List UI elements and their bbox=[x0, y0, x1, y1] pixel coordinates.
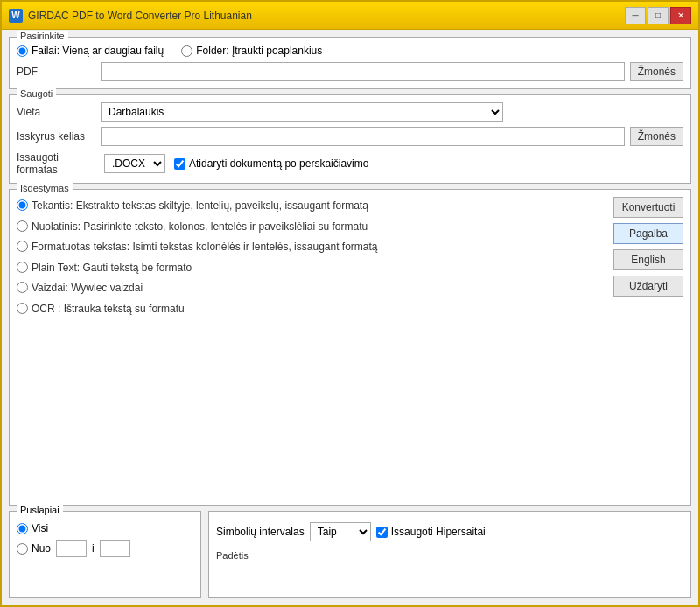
layout-options: Tekantis: Ekstrakto tekstas skiltyje, le… bbox=[17, 197, 606, 498]
bottom-section: Puslapiai Visi Nuo i bbox=[9, 511, 691, 598]
english-button[interactable]: English bbox=[613, 249, 683, 270]
nuo-text: Nuo bbox=[32, 542, 51, 555]
saugoti-label: Saugoti bbox=[17, 88, 56, 99]
vieta-label: Vieta bbox=[17, 106, 95, 118]
file-mode-group: Failai: Vieną ar daugiau failų Folder: Į… bbox=[17, 45, 683, 57]
maximize-button[interactable]: □ bbox=[648, 7, 668, 24]
simboliu-select[interactable]: Taip Ne bbox=[310, 522, 371, 541]
isskyrus-label: Isskyrus kelias bbox=[17, 130, 95, 143]
vieta-row: Vieta Darbalaukis bbox=[17, 102, 683, 122]
title-bar-buttons: ─ □ ✕ bbox=[625, 7, 691, 24]
pdf-field-row: PDF Žmonės bbox=[17, 62, 683, 81]
pdf-label: PDF bbox=[17, 66, 95, 78]
files-radio[interactable] bbox=[17, 45, 28, 57]
pasirinkite-label: Pasirinkite bbox=[17, 31, 68, 41]
uzdaryti-button[interactable]: Uždaryti bbox=[613, 276, 683, 297]
option-row-4: Plain Text: Gauti tekstą be formato bbox=[17, 259, 606, 278]
nuo-separator: i bbox=[92, 542, 94, 555]
puslapiai-box: Puslapiai Visi Nuo i bbox=[9, 511, 201, 598]
pages-inner: Visi Nuo i bbox=[17, 522, 193, 557]
option-radio-3[interactable] bbox=[17, 241, 28, 252]
option-radio-4[interactable] bbox=[17, 262, 28, 273]
visi-radio[interactable] bbox=[17, 523, 28, 534]
konvertuoti-button[interactable]: Konvertuoti bbox=[613, 197, 683, 218]
visi-text: Visi bbox=[32, 522, 48, 534]
saugoti-group: Saugoti Vieta Darbalaukis Isskyrus kelia… bbox=[9, 94, 691, 184]
option-radio-6[interactable] bbox=[17, 303, 28, 314]
pasirinkite-group: Pasirinkite Failai: Vieną ar daugiau fai… bbox=[9, 37, 691, 89]
atidaryti-checkbox[interactable] bbox=[174, 158, 186, 170]
options-box: Simbolių intervalas Taip Ne Issaugoti Hi… bbox=[208, 511, 691, 598]
hipersaitai-text: Issaugoti Hipersaitai bbox=[391, 526, 486, 538]
folder-radio[interactable] bbox=[181, 45, 192, 57]
title-bar: W GIRDAC PDF to Word Converter Pro Lithu… bbox=[2, 2, 698, 30]
option-row-5: Vaizdai: Wywlec vaizdai bbox=[17, 279, 606, 298]
nuo-row: Nuo i bbox=[17, 540, 193, 557]
isdestymas-section: Išdėstymas Tekantis: Ekstrakto tekstas s… bbox=[9, 189, 691, 506]
content-area: Pasirinkite Failai: Vieną ar daugiau fai… bbox=[2, 30, 698, 605]
option-text-2: Nuolatinis: Pasirinkite teksto, kolonos,… bbox=[32, 220, 368, 234]
atidaryti-text: Atidaryti dokumentą po perskaičiavimo bbox=[189, 157, 368, 170]
app-icon: W bbox=[9, 9, 23, 23]
window-title: GIRDAC PDF to Word Converter Pro Lithuan… bbox=[28, 10, 252, 22]
folder-radio-text: Folder: Įtraukti poaplankius bbox=[196, 45, 322, 57]
vieta-select[interactable]: Darbalaukis bbox=[101, 102, 503, 122]
formatas-label: Issaugoti formatas bbox=[17, 151, 95, 176]
option-radio-1[interactable] bbox=[17, 199, 28, 211]
visi-radio-label[interactable]: Visi bbox=[17, 522, 193, 534]
option-row-3: Formatuotas tekstas: Isimti tekstas kolo… bbox=[17, 238, 606, 257]
symbol-row: Simbolių intervalas Taip Ne Issaugoti Hi… bbox=[216, 522, 683, 541]
option-row-1: Tekantis: Ekstrakto tekstas skiltyje, le… bbox=[17, 197, 606, 216]
simboliu-label: Simbolių intervalas bbox=[216, 526, 304, 538]
layout-buttons: Konvertuoti Pagalba English Uždaryti bbox=[613, 197, 683, 498]
puslapiai-label: Puslapiai bbox=[17, 505, 63, 515]
nuo-radio-label[interactable]: Nuo bbox=[17, 542, 51, 555]
option-text-6: OCR : Ištrauka tekstą su formatu bbox=[32, 303, 185, 317]
nuo-from-input[interactable] bbox=[56, 540, 87, 557]
isskyrus-input[interactable] bbox=[101, 127, 625, 146]
folder-radio-label[interactable]: Folder: Įtraukti poaplankius bbox=[181, 45, 322, 57]
pagalba-button[interactable]: Pagalba bbox=[613, 223, 683, 244]
format-select[interactable]: .DOCX bbox=[104, 154, 165, 173]
isdestymas-label: Išdėstymas bbox=[17, 183, 73, 193]
pdf-browse-button[interactable]: Žmonės bbox=[630, 62, 683, 81]
option-radio-5[interactable] bbox=[17, 282, 28, 293]
option-text-3: Formatuotas tekstas: Isimti tekstas kolo… bbox=[32, 241, 378, 255]
files-radio-text: Failai: Vieną ar daugiau failų bbox=[32, 45, 164, 57]
option-text-5: Vaizdai: Wywlec vaizdai bbox=[32, 282, 143, 296]
nuo-to-input[interactable] bbox=[100, 540, 130, 557]
atidaryti-checkbox-label[interactable]: Atidaryti dokumentą po perskaičiavimo bbox=[174, 157, 368, 170]
format-row: Issaugoti formatas .DOCX Atidaryti dokum… bbox=[17, 151, 683, 176]
option-text-4: Plain Text: Gauti tekstą be formato bbox=[32, 262, 192, 276]
title-bar-left: W GIRDAC PDF to Word Converter Pro Lithu… bbox=[9, 9, 252, 23]
layout-inner: Tekantis: Ekstrakto tekstas skiltyje, le… bbox=[17, 197, 683, 498]
hipersaitai-label[interactable]: Issaugoti Hipersaitai bbox=[376, 526, 486, 538]
close-button[interactable]: ✕ bbox=[670, 7, 691, 24]
option-row-2: Nuolatinis: Pasirinkite teksto, kolonos,… bbox=[17, 218, 606, 237]
minimize-button[interactable]: ─ bbox=[625, 7, 646, 24]
main-window: W GIRDAC PDF to Word Converter Pro Lithu… bbox=[0, 0, 700, 607]
nuo-radio[interactable] bbox=[17, 543, 28, 555]
option-text-1: Tekantis: Ekstrakto tekstas skiltyje, le… bbox=[32, 199, 368, 213]
hipersaitai-checkbox[interactable] bbox=[376, 527, 388, 538]
padstis-label: Padėtis bbox=[216, 550, 683, 561]
files-radio-label[interactable]: Failai: Vieną ar daugiau failų bbox=[17, 45, 164, 57]
option-radio-2[interactable] bbox=[17, 220, 28, 232]
isskyrus-row: Isskyrus kelias Žmonės bbox=[17, 127, 683, 146]
isskyrus-browse-button[interactable]: Žmonės bbox=[630, 127, 683, 146]
pdf-input[interactable] bbox=[101, 62, 625, 81]
option-row-6: OCR : Ištrauka tekstą su formatu bbox=[17, 300, 606, 319]
